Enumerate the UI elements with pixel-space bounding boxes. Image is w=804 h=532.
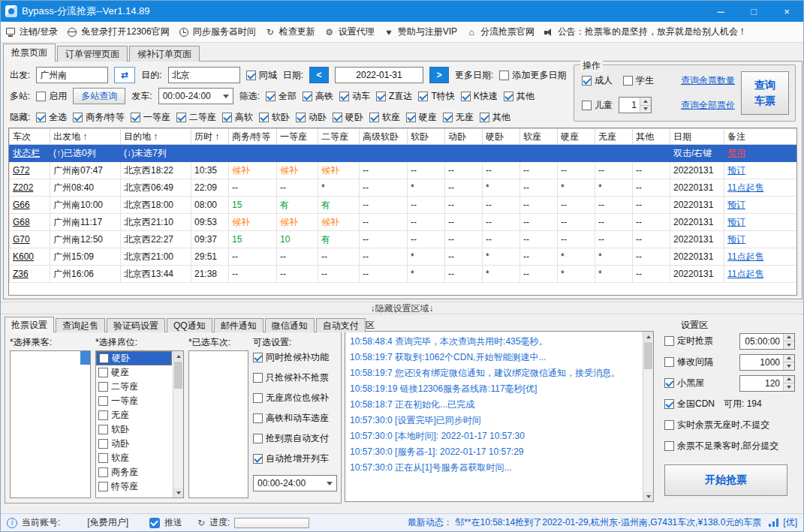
next-date-button[interactable]: > <box>429 67 449 83</box>
seat-option[interactable]: 硬座 <box>96 365 172 380</box>
table-row[interactable]: G70 广州南12:50 北京西22:27 09:37 15 10 有 -- -… <box>10 231 798 248</box>
settings-tab[interactable]: 邮件通知 <box>214 318 263 332</box>
hide-column-checkbox[interactable]: 高软 <box>222 111 253 124</box>
toolbar-item[interactable]: ⚙ 设置代理 <box>324 26 375 38</box>
toolbar-item[interactable]: 免登录打开12306官网 <box>67 26 169 38</box>
train-link[interactable]: K600 <box>13 251 34 262</box>
train-type-checkbox[interactable]: 全部 <box>266 90 297 103</box>
column-header[interactable]: 车次 <box>10 129 50 145</box>
column-header[interactable]: 硬座 <box>558 129 595 145</box>
dest-input[interactable] <box>168 67 240 83</box>
minimize-button[interactable]: ─ <box>704 1 737 22</box>
setting-spinner[interactable]: 120 <box>739 375 795 392</box>
seat-option[interactable]: 动卧 <box>96 437 172 451</box>
column-header[interactable]: 硬卧 <box>483 129 520 145</box>
passenger-list[interactable] <box>10 350 91 498</box>
setting-spinner[interactable]: 1000 <box>739 354 795 371</box>
option-checkbox[interactable]: 高铁和动车选座 <box>253 411 340 425</box>
scrollbar-thumb[interactable] <box>644 342 652 369</box>
setting-checkbox[interactable]: 小黑屋 <box>664 377 704 389</box>
option-checkbox[interactable]: 只抢候补不抢票 <box>253 371 340 385</box>
hide-column-checkbox[interactable]: 无座 <box>443 111 474 124</box>
hide-column-checkbox[interactable]: 二等座 <box>176 111 216 124</box>
add-more-dates-checkbox[interactable]: 添加更多日期 <box>499 69 566 82</box>
table-row[interactable]: G66 广州南10:00 北京西18:00 08:00 15 有 有 -- --… <box>10 197 798 214</box>
main-tab[interactable]: 候补订单页面 <box>129 46 200 62</box>
spin-down-icon[interactable] <box>640 105 651 113</box>
column-header[interactable]: 软卧 <box>408 129 445 145</box>
spin-down-icon[interactable] <box>784 383 794 391</box>
query-remaining-link[interactable]: 查询余票数量 <box>681 74 735 87</box>
swap-stations-button[interactable]: ⇄ <box>114 67 135 83</box>
setting-checkbox[interactable]: 定时抢票 <box>664 335 713 347</box>
option-checkbox[interactable]: 自动抢增开列车 <box>253 452 340 466</box>
hidden-settings-divider[interactable]: ↓隐藏设置区域↓ <box>1 302 803 314</box>
remark-link[interactable]: 11点起售 <box>727 251 763 262</box>
table-row[interactable]: Z36 广州16:06 北京西13:44 21:38 -- -- -- -- *… <box>10 266 798 283</box>
remark-link[interactable]: 预订 <box>727 217 745 227</box>
train-type-checkbox[interactable]: 其他 <box>504 90 534 103</box>
setting-checkbox[interactable]: 实时余票无座时,不提交 <box>664 419 769 431</box>
grab-time-select[interactable]: 00:00-24:00 <box>253 475 337 491</box>
setting-checkbox[interactable]: 余票不足乘客时,部分提交 <box>664 440 778 452</box>
option-checkbox[interactable]: 抢到票自动支付 <box>253 431 340 446</box>
push-label[interactable]: 推送 <box>164 516 182 529</box>
settings-tab[interactable]: 自动支付 <box>316 318 366 332</box>
spin-down-icon[interactable] <box>784 341 794 349</box>
main-tab[interactable]: 订单管理页面 <box>57 46 128 62</box>
table-row[interactable]: Z202 广州08:40 北京西06:49 22:09 -- -- * -- *… <box>10 179 798 197</box>
toolbar-item[interactable]: ♥ 赞助与注册VIP <box>384 26 457 38</box>
table-row[interactable]: K600 广州15:09 北京西21:00 29:51 -- -- -- -- … <box>10 248 798 266</box>
remark-link[interactable]: 11点起售 <box>727 182 763 193</box>
seat-option[interactable]: 软座 <box>96 451 172 465</box>
column-header[interactable]: 历时 ↑ <box>191 129 229 145</box>
hide-column-checkbox[interactable]: 动卧 <box>296 111 327 124</box>
train-link[interactable]: G68 <box>13 217 30 227</box>
setting-spinner[interactable]: 05:00:00 <box>739 333 795 350</box>
enable-multi-checkbox[interactable]: 启用 <box>36 90 67 103</box>
hide-column-checkbox[interactable]: 全选 <box>36 111 67 124</box>
seat-option[interactable]: 无座 <box>96 408 172 422</box>
table-row[interactable]: G72 广州南07:47 北京西18:22 10:35 候补 候补 候补 -- … <box>10 162 798 179</box>
column-header[interactable]: 高级软卧 <box>360 129 408 145</box>
scrollbar[interactable] <box>173 351 183 497</box>
toolbar-item[interactable]: 同步服务器时间 <box>179 26 256 38</box>
train-type-checkbox[interactable]: 高铁 <box>303 90 333 103</box>
train-link[interactable]: Z36 <box>13 269 29 279</box>
output-log[interactable]: 10:58:48:4 查询完毕，本次查询共用时:435毫秒。 10:58:19:… <box>345 331 654 502</box>
scroll-down-icon[interactable] <box>173 488 183 497</box>
same-city-checkbox[interactable]: 同城 <box>246 69 277 82</box>
column-header[interactable]: 无座 <box>595 129 633 145</box>
student-checkbox[interactable]: 学生 <box>623 74 654 87</box>
table-row[interactable]: 状态栏 (↑)已选0列 (↓)未选7列 <box>10 145 798 162</box>
seat-option[interactable]: 硬卧 <box>96 351 172 365</box>
train-link[interactable]: G72 <box>13 165 30 176</box>
train-type-checkbox[interactable]: K快速 <box>461 90 498 103</box>
seat-option[interactable]: 一等座 <box>96 394 172 408</box>
hide-column-checkbox[interactable]: 硬座 <box>406 111 437 124</box>
prev-date-button[interactable]: < <box>309 67 329 83</box>
remark-link[interactable]: 预订 <box>727 200 745 210</box>
spin-up-icon[interactable] <box>784 334 794 341</box>
multi-station-query-button[interactable]: 多站查询 <box>73 88 125 104</box>
train-link[interactable]: G66 <box>13 200 30 210</box>
hide-column-checkbox[interactable]: 软卧 <box>259 111 290 124</box>
seat-list[interactable]: 硬卧 硬座 二等座 一等座 无座 <box>95 350 184 498</box>
column-header[interactable]: 一等座 <box>277 129 318 145</box>
table-row[interactable]: G68 广州南11:17 北京西21:10 09:53 候补 候补 候补 -- … <box>10 214 798 231</box>
settings-tab[interactable]: 查询起售 <box>56 318 105 332</box>
toolbar-item[interactable]: ↻ 检查更新 <box>265 26 315 38</box>
remark-link[interactable]: 禁用 <box>727 148 745 158</box>
hide-column-checkbox[interactable]: 软座 <box>369 111 400 124</box>
column-header[interactable]: 目的地 ↑ <box>121 129 191 145</box>
selected-trains-list[interactable] <box>188 350 248 498</box>
maximize-button[interactable]: □ <box>737 1 770 22</box>
push-icon[interactable] <box>149 518 160 528</box>
hide-column-checkbox[interactable]: 商务/特等 <box>73 111 124 124</box>
scrollbar-thumb[interactable] <box>174 362 182 389</box>
date-input[interactable] <box>335 67 423 83</box>
adult-checkbox[interactable]: 成人 <box>582 74 613 87</box>
hide-column-checkbox[interactable]: 其他 <box>480 111 510 124</box>
seat-option[interactable]: 二等座 <box>96 380 172 394</box>
hide-column-checkbox[interactable]: 硬卧 <box>333 111 363 124</box>
